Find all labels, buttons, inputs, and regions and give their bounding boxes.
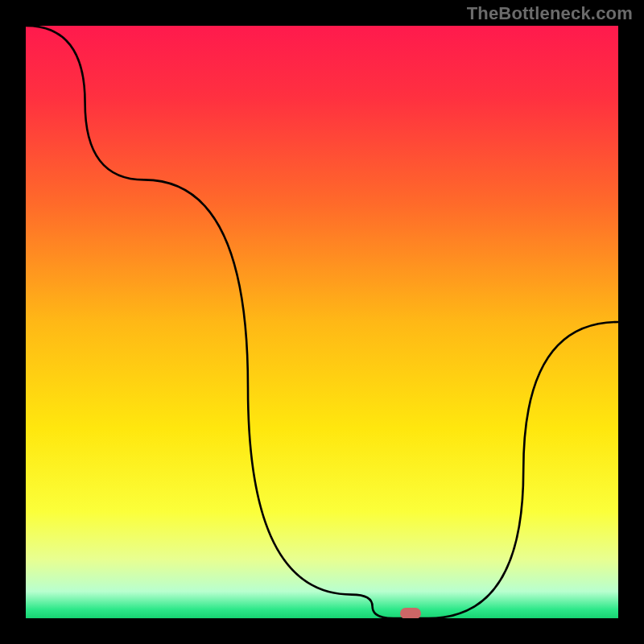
watermark-text: TheBottleneck.com (467, 3, 633, 24)
optimum-marker (400, 608, 421, 618)
bottleneck-curve (26, 26, 618, 618)
chart-frame: TheBottleneck.com (0, 0, 644, 644)
plot-area (26, 26, 618, 618)
